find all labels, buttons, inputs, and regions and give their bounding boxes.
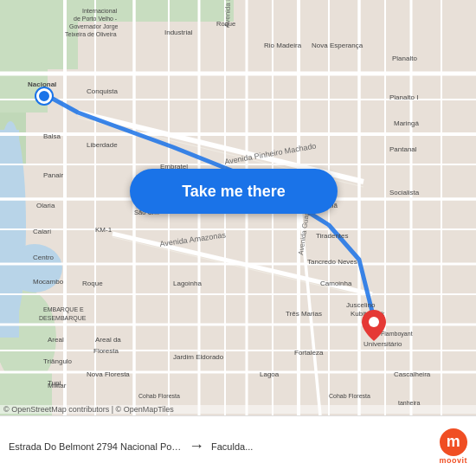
svg-text:Centro: Centro bbox=[33, 254, 55, 261]
svg-text:Socialista: Socialista bbox=[389, 189, 420, 196]
route-from-label: Estrada Do Belmont 2794 Nacional Por... bbox=[9, 441, 182, 452]
route-arrow-icon: → bbox=[189, 437, 204, 455]
svg-text:Roque: Roque bbox=[216, 20, 235, 28]
svg-text:Teixeira de Oliveira: Teixeira de Oliveira bbox=[65, 31, 117, 37]
svg-text:Tancredo Neves: Tancredo Neves bbox=[307, 258, 357, 266]
moovit-icon: m bbox=[440, 428, 467, 456]
svg-text:Panair: Panair bbox=[43, 171, 63, 179]
svg-text:Pantanal: Pantanal bbox=[389, 145, 417, 153]
svg-text:Roque: Roque bbox=[82, 280, 103, 287]
svg-text:Triângulo: Triângulo bbox=[43, 357, 73, 365]
svg-text:Rio Madeira: Rio Madeira bbox=[264, 42, 302, 49]
svg-text:Nova Floresta: Nova Floresta bbox=[87, 370, 130, 378]
svg-text:Cohab Floresta: Cohab Floresta bbox=[329, 393, 370, 399]
moovit-text: moovit bbox=[439, 456, 467, 465]
svg-text:Tiradentes: Tiradentes bbox=[316, 232, 349, 240]
svg-point-97 bbox=[369, 317, 379, 327]
svg-text:Maringá: Maringá bbox=[394, 119, 419, 127]
svg-text:Juscelino: Juscelino bbox=[346, 301, 376, 309]
svg-text:Fortaleza: Fortaleza bbox=[294, 349, 324, 357]
take-me-there-button[interactable]: Take me there bbox=[130, 169, 338, 214]
svg-text:Liberdade: Liberdade bbox=[87, 141, 118, 149]
svg-text:Planalto I: Planalto I bbox=[389, 93, 418, 101]
route-info: Estrada Do Belmont 2794 Nacional Por... … bbox=[9, 437, 432, 455]
svg-text:Três Marias: Três Marias bbox=[286, 310, 322, 318]
bottom-bar: Estrada Do Belmont 2794 Nacional Por... … bbox=[0, 415, 476, 476]
svg-text:de Porto Velho -: de Porto Velho - bbox=[74, 16, 118, 22]
svg-text:Jardim Eldorado: Jardim Eldorado bbox=[173, 353, 224, 361]
svg-text:Calarí: Calarí bbox=[33, 228, 52, 235]
destination-marker bbox=[362, 310, 386, 344]
svg-text:Tupi: Tupi bbox=[48, 379, 61, 387]
svg-rect-8 bbox=[0, 130, 19, 338]
svg-text:Floresta: Floresta bbox=[93, 347, 119, 355]
svg-text:Lagoinha: Lagoinha bbox=[173, 280, 202, 287]
svg-text:Cascalheira: Cascalheira bbox=[394, 370, 431, 378]
svg-text:Areal da: Areal da bbox=[95, 336, 121, 344]
svg-text:Olaria: Olaria bbox=[36, 202, 55, 209]
svg-text:Cohab Floresta: Cohab Floresta bbox=[138, 393, 180, 399]
svg-text:Conquista: Conquista bbox=[87, 87, 119, 95]
route-to-label: Faculda... bbox=[211, 441, 324, 452]
svg-text:Planalto: Planalto bbox=[392, 55, 417, 62]
svg-text:Balsa: Balsa bbox=[43, 132, 61, 140]
svg-text:Nacional: Nacional bbox=[28, 80, 56, 88]
moovit-logo: m moovit bbox=[439, 428, 467, 465]
svg-text:Industrial: Industrial bbox=[164, 29, 193, 36]
svg-text:Nova Esperança: Nova Esperança bbox=[312, 42, 363, 49]
map-container: Avenida Pinheiro Machado Avenida Amazona… bbox=[0, 0, 476, 415]
svg-text:Areal: Areal bbox=[48, 336, 64, 344]
svg-text:Lagoa: Lagoa bbox=[260, 370, 280, 378]
svg-text:DESEMBARQUE: DESEMBARQUE bbox=[39, 315, 87, 322]
svg-text:EMBARQUE E: EMBARQUE E bbox=[43, 306, 84, 313]
svg-text:KM-1: KM-1 bbox=[95, 226, 113, 234]
svg-text:Internacional: Internacional bbox=[82, 8, 118, 14]
origin-marker bbox=[36, 88, 52, 104]
svg-text:Mocambo: Mocambo bbox=[33, 278, 64, 286]
map-attribution: © OpenStreetMap contributors | © OpenMap… bbox=[0, 405, 476, 414]
svg-text:Camoinha: Camoinha bbox=[320, 280, 352, 287]
svg-text:Governador Jorge: Governador Jorge bbox=[69, 23, 119, 30]
